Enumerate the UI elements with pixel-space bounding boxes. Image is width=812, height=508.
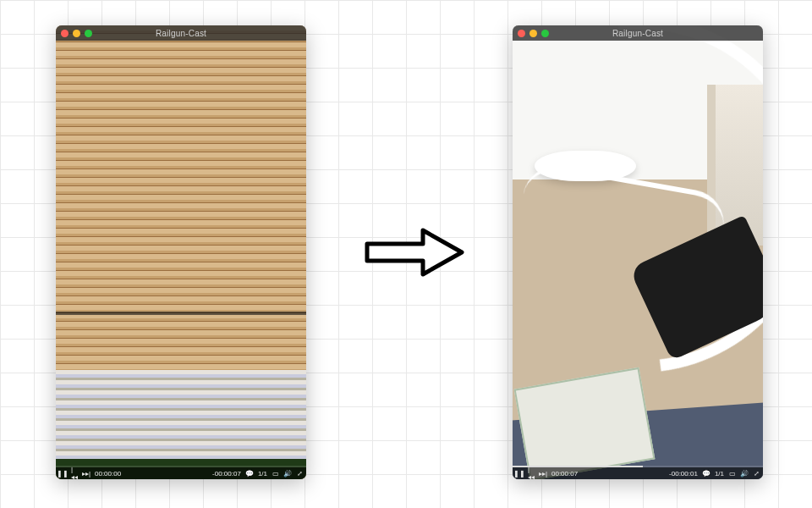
- zoom-icon[interactable]: [85, 30, 92, 37]
- minimize-icon[interactable]: [73, 30, 80, 37]
- notebook-object: [514, 367, 656, 479]
- pause-icon[interactable]: ❚❚: [59, 470, 66, 478]
- chapter-icon[interactable]: 💬: [246, 470, 253, 478]
- window-title: Railgun-Cast: [56, 29, 306, 38]
- remaining-time: -00:00:07: [212, 470, 241, 478]
- minimize-icon[interactable]: [529, 30, 537, 37]
- player-window-before: Railgun-Cast ❚❚ |◂◂ ▸▸| 00:00:00 -00:00:…: [56, 25, 306, 479]
- playback-controls: ❚❚ |◂◂ ▸▸| 00:00:07 -00:00:01 💬 1/1 ▭ 🔊 …: [513, 467, 763, 479]
- elapsed-time: 00:00:07: [551, 470, 578, 478]
- fullscreen-icon[interactable]: ⤢: [753, 470, 760, 478]
- elapsed-time: 00:00:00: [95, 470, 121, 478]
- volume-icon[interactable]: 🔊: [284, 470, 291, 478]
- volume-icon[interactable]: 🔊: [741, 470, 748, 478]
- player-window-after: Railgun-Cast ❚❚ |◂◂ ▸▸| 00:00:07 -00:00:…: [513, 25, 763, 479]
- playback-controls: ❚❚ |◂◂ ▸▸| 00:00:00 -00:00:07 💬 1/1 ▭ 🔊 …: [56, 467, 306, 479]
- zoom-icon[interactable]: [541, 30, 549, 37]
- titlebar[interactable]: Railgun-Cast: [56, 25, 306, 41]
- titlebar[interactable]: Railgun-Cast: [513, 25, 763, 41]
- pause-icon[interactable]: ❚❚: [516, 470, 523, 478]
- video-viewport[interactable]: [513, 25, 763, 479]
- next-track-icon[interactable]: ▸▸|: [83, 470, 90, 478]
- arrow-icon: [364, 224, 465, 281]
- window-mode-icon[interactable]: ▭: [729, 470, 736, 478]
- camera-frame-image: [513, 25, 763, 479]
- fullscreen-icon[interactable]: ⤢: [296, 470, 303, 478]
- window-mode-icon[interactable]: ▭: [272, 470, 279, 478]
- chapter-icon[interactable]: 💬: [703, 470, 710, 478]
- close-icon[interactable]: [518, 30, 525, 37]
- glitched-frame-image: [56, 370, 306, 469]
- prev-track-icon[interactable]: |◂◂: [528, 466, 535, 479]
- chapter-count: 1/1: [258, 470, 267, 478]
- prev-track-icon[interactable]: |◂◂: [71, 466, 78, 479]
- video-viewport[interactable]: [56, 25, 306, 479]
- remaining-time: -00:00:01: [669, 470, 698, 478]
- close-icon[interactable]: [61, 30, 69, 37]
- chapter-count: 1/1: [715, 470, 724, 478]
- next-track-icon[interactable]: ▸▸|: [540, 470, 546, 478]
- window-title: Railgun-Cast: [513, 29, 763, 38]
